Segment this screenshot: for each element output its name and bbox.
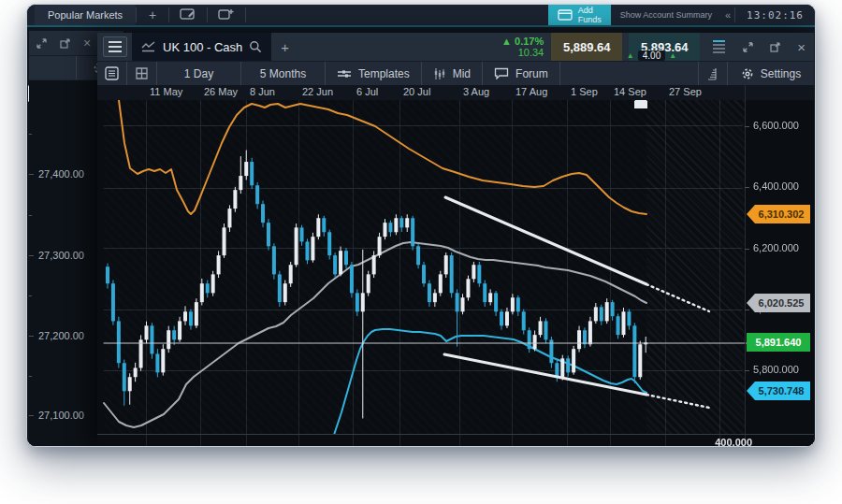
interval-selector[interactable]: 1 Day bbox=[157, 62, 241, 85]
mid-price-button[interactable]: Mid bbox=[422, 62, 483, 85]
scale-icon bbox=[706, 67, 719, 80]
search-icon[interactable] bbox=[249, 40, 262, 53]
layout-grid-button[interactable] bbox=[127, 62, 157, 85]
candles-icon bbox=[433, 67, 446, 80]
right-axis-label: 6,200.000 bbox=[753, 242, 799, 253]
market-tab-label: UK 100 - Cash bbox=[163, 40, 242, 54]
price-tag-upper: 6,310.302 bbox=[747, 205, 810, 223]
axis-tick bbox=[29, 415, 34, 416]
date-axis-label: 14 Sep bbox=[614, 86, 646, 97]
toolbar-cell[interactable] bbox=[29, 56, 77, 79]
axis-tick bbox=[29, 174, 34, 175]
axis-tick bbox=[745, 249, 749, 250]
close-icon[interactable]: × bbox=[789, 39, 814, 55]
top-bar: Popular Markets + bbox=[27, 5, 815, 27]
menu-button[interactable] bbox=[103, 36, 127, 57]
show-account-summary-button[interactable]: Show Account Summary bbox=[611, 5, 721, 25]
speech-bubble-icon bbox=[494, 67, 509, 79]
date-axis[interactable]: 11 May26 May8 Jun22 Jun6 Jul20 Jul3 Aug1… bbox=[97, 85, 814, 100]
axis-minor-tick bbox=[29, 376, 32, 377]
templates-button[interactable]: Templates bbox=[326, 62, 422, 85]
close-icon[interactable]: × bbox=[83, 36, 91, 50]
date-axis-label: 1 Sep bbox=[571, 86, 598, 97]
add-funds-button[interactable]: AddFunds bbox=[548, 5, 611, 25]
spread-value: 4.00 bbox=[638, 50, 665, 61]
axis-tick bbox=[745, 126, 749, 127]
card-icon bbox=[558, 9, 573, 21]
up-triangle-icon: ▲ bbox=[627, 51, 634, 60]
popout-icon[interactable] bbox=[60, 38, 70, 49]
change-percent: ▲ 0.17% bbox=[501, 36, 544, 47]
price-tag-mid: 6,020.525 bbox=[747, 294, 810, 312]
sliders-icon bbox=[337, 68, 352, 79]
left-axis-label: 27,400.00 bbox=[38, 168, 84, 180]
watchlist-button[interactable] bbox=[97, 62, 127, 85]
new-workspace-button[interactable]: + bbox=[137, 5, 168, 25]
workspace-tab-popular-markets[interactable]: Popular Markets bbox=[35, 5, 136, 25]
settings-button[interactable]: Settings bbox=[728, 62, 814, 85]
range-selector[interactable]: 5 Months bbox=[241, 62, 326, 85]
date-axis-label: 3 Aug bbox=[463, 86, 489, 97]
screen: Popular Markets + bbox=[0, 0, 842, 504]
date-axis-label: 26 May bbox=[204, 86, 238, 97]
axis-tick bbox=[29, 336, 34, 337]
session-clock: 13:02:16 bbox=[735, 5, 815, 25]
axis-tick bbox=[29, 255, 34, 256]
right-axis-label: 6,400.000 bbox=[753, 180, 799, 192]
forum-button[interactable]: Forum bbox=[483, 62, 560, 85]
left-axis-label: 27,200.00 bbox=[38, 330, 84, 341]
axis-tick bbox=[745, 370, 749, 371]
market-tab-uk100[interactable]: UK 100 - Cash bbox=[132, 33, 271, 61]
popout-icon[interactable] bbox=[762, 42, 789, 52]
date-axis-label: 8 Jun bbox=[250, 86, 275, 97]
restore-icon[interactable] bbox=[734, 42, 762, 52]
date-axis-label: 17 Aug bbox=[515, 86, 547, 97]
axis-tick bbox=[745, 187, 749, 188]
date-axis-label: 11 May bbox=[150, 86, 182, 97]
edit-workspace-button[interactable] bbox=[169, 5, 207, 25]
price-change: ▲ 0.17% 10.34 bbox=[501, 36, 544, 58]
spread-indicator: ▲ 4.00 ▲ bbox=[570, 50, 733, 61]
monitor-edit-icon bbox=[180, 8, 196, 22]
restore-icon[interactable] bbox=[36, 38, 47, 49]
chart-window-titlebar: UK 100 - Cash + ▲ 0.17% 10.34 5,889.64 5… bbox=[97, 33, 814, 61]
grid-icon bbox=[135, 66, 149, 80]
date-axis-label: 20 Jul bbox=[403, 86, 430, 97]
left-axis-label: 27,100.00 bbox=[38, 410, 84, 421]
new-chart-tab-button[interactable]: + bbox=[271, 39, 298, 55]
price-axis-border bbox=[745, 85, 746, 447]
axis-minor-tick bbox=[29, 295, 32, 296]
chart-line-icon bbox=[141, 41, 156, 52]
date-axis-label: 27 Sep bbox=[669, 86, 702, 97]
collapse-chevron-icon[interactable]: « bbox=[721, 5, 734, 25]
chart-window: UK 100 - Cash + ▲ 0.17% 10.34 5,889.64 5… bbox=[97, 33, 814, 447]
up-triangle-icon: ▲ bbox=[669, 51, 676, 60]
right-axis-label: 5,800.000 bbox=[753, 364, 799, 375]
depth-scale-button[interactable] bbox=[699, 62, 728, 85]
chart-area[interactable]: 11 May26 May8 Jun22 Jun6 Jul20 Jul3 Aug1… bbox=[97, 85, 814, 447]
volume-pane[interactable]: 400.000 bbox=[97, 434, 814, 447]
change-absolute: 10.34 bbox=[501, 47, 544, 58]
axis-tick bbox=[745, 310, 749, 310]
date-axis-label: 22 Jun bbox=[302, 86, 333, 97]
axis-minor-tick bbox=[29, 215, 32, 216]
date-axis-label: 6 Jul bbox=[356, 86, 378, 97]
chart-toolbar: 1 Day 5 Months Templates Mid bbox=[97, 61, 814, 85]
add-funds-label: AddFunds bbox=[578, 6, 602, 24]
add-window-button[interactable] bbox=[208, 5, 245, 25]
workspace: × 27,400.0027,300.0027,200.0027,100.00 bbox=[27, 29, 815, 446]
candlestick-chart-canvas[interactable] bbox=[97, 85, 814, 447]
gear-icon bbox=[741, 67, 754, 80]
app-window: Popular Markets + bbox=[26, 4, 816, 447]
volume-axis-label: 400.000 bbox=[715, 437, 752, 447]
list-icon bbox=[105, 66, 119, 80]
price-tag-last: 5,891.640 bbox=[747, 333, 810, 352]
axis-minor-tick bbox=[29, 134, 32, 135]
right-axis-label: 6,600.000 bbox=[753, 120, 799, 131]
price-tag-lower: 5,730.748 bbox=[747, 382, 810, 400]
monitor-add-icon bbox=[218, 8, 235, 22]
left-axis-label: 27,300.00 bbox=[38, 250, 84, 261]
